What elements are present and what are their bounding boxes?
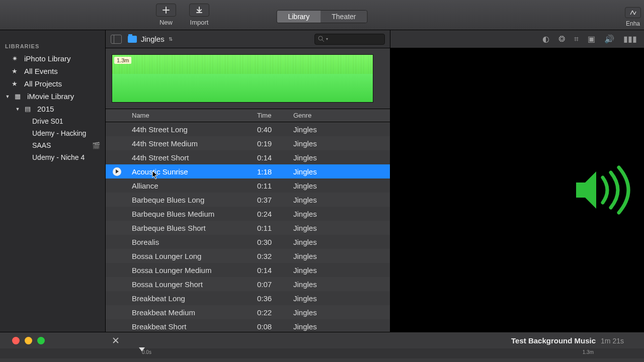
track-time: 0:07 — [253, 278, 289, 291]
sidebar-toggle-button[interactable] — [111, 35, 122, 44]
sidebar-item-2015[interactable]: ▼ ▤ 2015 — [0, 103, 105, 115]
play-icon[interactable] — [113, 167, 121, 176]
sidebar-item-drive-s01[interactable]: Drive S01 — [0, 115, 105, 127]
track-genre: Jingles — [289, 278, 390, 291]
track-time: 0:22 — [253, 306, 289, 319]
folder-breadcrumb[interactable]: Jingles ⇅ — [128, 35, 173, 43]
enhance-button[interactable]: Enha — [625, 7, 641, 27]
track-row[interactable]: Breakbeat Long0:36Jingles — [106, 291, 390, 305]
track-genre: Jingles — [289, 193, 390, 207]
star-icon: ★ — [10, 67, 19, 75]
track-name: Breakbeat Medium — [128, 306, 253, 319]
close-panel-button[interactable]: ✕ — [106, 335, 126, 346]
project-duration: 1m 21s — [601, 337, 624, 345]
track-row[interactable]: Bossa Lounger Long0:32Jingles — [106, 249, 390, 263]
track-time: 0:37 — [253, 193, 289, 207]
column-genre[interactable]: Genre — [289, 109, 390, 122]
track-name: Acoustic Sunrise — [128, 165, 253, 178]
sidebar-item-all-projects[interactable]: ★ All Projects — [0, 77, 105, 90]
volume-icon[interactable]: 🔊 — [604, 34, 614, 44]
plus-icon — [156, 4, 176, 17]
folder-label: Jingles — [141, 35, 165, 43]
track-row[interactable]: Bossa Lounger Medium0:14Jingles — [106, 263, 390, 277]
timeline-ruler[interactable]: 0.0s 1.3m — [0, 348, 644, 358]
track-row[interactable]: Barbeque Blues Short0:11Jingles — [106, 221, 390, 235]
sidebar-item-label: iPhoto Library — [24, 54, 71, 63]
track-time: 0:24 — [253, 207, 289, 221]
zoom-window-button[interactable] — [37, 337, 45, 344]
track-time: 0:40 — [253, 123, 289, 136]
sidebar-item-iphoto[interactable]: ✷ iPhoto Library — [0, 52, 105, 65]
sidebar-item-udemy-hacking[interactable]: Udemy - Hacking — [0, 127, 105, 139]
download-icon — [189, 4, 209, 17]
star-icon: ★ — [10, 80, 19, 88]
project-name: Test Background Music — [511, 336, 596, 345]
project-title: Test Background Music 1m 21s — [511, 336, 624, 345]
track-time: 0:08 — [253, 320, 289, 332]
tab-library[interactable]: Library — [277, 11, 320, 23]
import-button[interactable]: Import — [189, 4, 209, 26]
track-row[interactable]: Breakbeat Medium0:22Jingles — [106, 305, 390, 319]
waveform-duration-label: 1.3m — [114, 57, 131, 64]
track-list[interactable]: 44th Street Long0:40Jingles44th Street M… — [106, 122, 390, 332]
track-name: Bossa Lounger Medium — [128, 263, 253, 277]
window-controls — [0, 337, 106, 344]
track-time: 0:19 — [253, 137, 289, 150]
sidebar-item-label: iMovie Library — [27, 92, 74, 101]
track-genre: Jingles — [289, 137, 390, 150]
search-input[interactable]: ▾ — [314, 34, 385, 45]
camera-icon[interactable]: ▣ — [588, 34, 595, 44]
track-row[interactable]: Acoustic Sunrise1:18Jingles — [106, 164, 390, 178]
new-label: New — [159, 19, 173, 26]
minimize-window-button[interactable] — [25, 337, 32, 344]
track-row[interactable]: 44th Street Medium0:19Jingles — [106, 136, 390, 150]
track-row[interactable]: Alliance0:11Jingles — [106, 178, 390, 193]
sidebar-item-all-events[interactable]: ★ All Events — [0, 65, 105, 77]
track-time: 1:18 — [253, 165, 289, 178]
sidebar-item-udemy-niche4[interactable]: Udemy - Niche 4 — [0, 151, 105, 163]
track-list-header: Name Time Genre — [106, 109, 390, 122]
tab-theater[interactable]: Theater — [320, 11, 367, 23]
crop-icon[interactable]: ⌗ — [574, 35, 579, 44]
timeline-area: ✕ Test Background Music 1m 21s 0.0s 1.3m — [0, 332, 644, 362]
sidebar-item-saas[interactable]: SAAS 🎬 — [0, 139, 105, 151]
track-name: Barbeque Blues Short — [128, 221, 253, 235]
folder-icon — [128, 36, 137, 43]
track-genre: Jingles — [289, 165, 390, 178]
track-row[interactable]: Barbeque Blues Medium0:24Jingles — [106, 207, 390, 221]
audio-waveform[interactable]: 1.3m — [112, 54, 373, 103]
close-window-button[interactable] — [12, 337, 20, 344]
track-time: 0:32 — [253, 249, 289, 263]
track-time: 0:11 — [253, 221, 289, 235]
color-wheel-icon[interactable]: ❂ — [558, 34, 565, 44]
track-row[interactable]: Bossa Lounger Short0:07Jingles — [106, 277, 390, 291]
sidebar-item-label: All Projects — [24, 79, 62, 88]
grid-icon: ▦ — [13, 93, 22, 101]
track-genre: Jingles — [289, 263, 390, 277]
track-row[interactable]: Breakbeat Short0:08Jingles — [106, 319, 390, 332]
column-time[interactable]: Time — [253, 109, 289, 122]
sidebar-item-imovie-library[interactable]: ▼ ▦ iMovie Library — [0, 90, 105, 103]
track-name: 44th Street Medium — [128, 137, 253, 150]
track-genre: Jingles — [289, 151, 390, 164]
color-balance-icon[interactable]: ◐ — [542, 34, 549, 44]
disclosure-triangle-icon[interactable]: ▼ — [15, 107, 20, 112]
new-button[interactable]: New — [156, 4, 176, 26]
view-segmented-control[interactable]: Library Theater — [276, 10, 367, 23]
track-row[interactable]: Borealis0:30Jingles — [106, 235, 390, 249]
track-row[interactable]: 44th Street Short0:14Jingles — [106, 150, 390, 164]
equalizer-icon[interactable]: ▮▮▮ — [623, 34, 637, 44]
disclosure-triangle-icon[interactable]: ▼ — [5, 94, 10, 99]
track-row[interactable]: 44th Street Long0:40Jingles — [106, 122, 390, 136]
preview-toolbar: ◐ ❂ ⌗ ▣ 🔊 ▮▮▮ — [390, 30, 644, 48]
chevron-down-icon: ▾ — [326, 37, 328, 41]
svg-point-0 — [318, 36, 323, 40]
column-name[interactable]: Name — [128, 109, 253, 122]
sidebar-item-label: SAAS — [32, 141, 51, 149]
sidebar-item-label: Drive S01 — [32, 117, 63, 125]
track-row[interactable]: Barbeque Blues Long0:37Jingles — [106, 193, 390, 207]
import-label: Import — [190, 19, 209, 26]
search-icon — [318, 36, 325, 42]
track-name: 44th Street Short — [128, 151, 253, 164]
chevron-updown-icon: ⇅ — [169, 36, 173, 42]
